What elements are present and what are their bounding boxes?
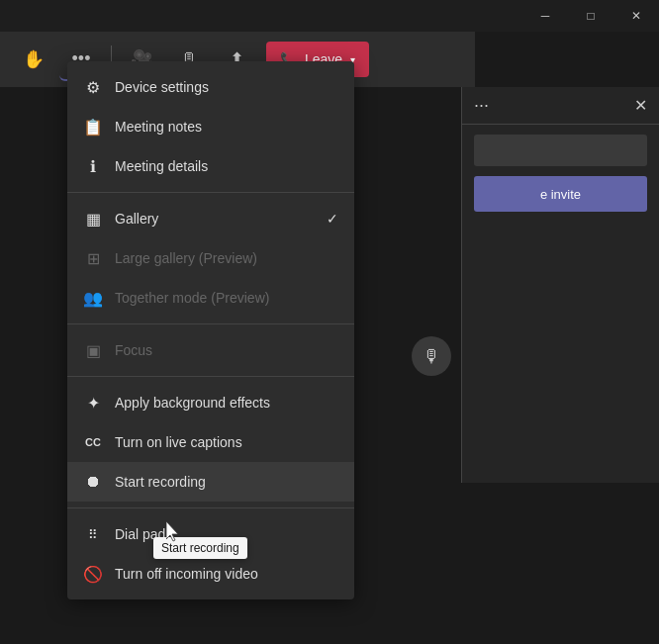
menu-item-focus: ▣ Focus [67, 330, 354, 370]
record-icon: ⏺ [83, 472, 103, 492]
large-gallery-icon: ⊞ [83, 248, 103, 268]
close-button[interactable]: ✕ [613, 0, 659, 32]
menu-item-device-settings[interactable]: ⚙ Device settings [67, 67, 354, 107]
background-icon: ✦ [83, 393, 103, 413]
side-panel-header: ··· ✕ [462, 87, 659, 125]
menu-divider-4 [67, 507, 354, 508]
menu-item-device-settings-label: Device settings [115, 79, 209, 95]
dialpad-icon: ⠿ [83, 524, 103, 544]
menu-divider-3 [67, 376, 354, 377]
menu-item-gallery-label: Gallery [115, 211, 158, 227]
hand-icon: ✋ [23, 48, 45, 70]
no-video-icon: 🚫 [83, 564, 103, 584]
tooltip-recording: Start recording [153, 537, 247, 559]
menu-item-meeting-details-label: Meeting details [115, 158, 208, 174]
captions-icon: CC [83, 432, 103, 452]
menu-divider-1 [67, 192, 354, 193]
menu-item-recording-label: Start recording [115, 474, 206, 490]
menu-item-meeting-notes[interactable]: 📋 Meeting notes [67, 107, 354, 146]
tooltip-label: Start recording [161, 541, 239, 555]
menu-item-background-label: Apply background effects [115, 395, 270, 411]
hand-raise-button[interactable]: ✋ [12, 38, 55, 81]
menu-item-large-gallery: ⊞ Large gallery (Preview) [67, 238, 354, 278]
gallery-icon: ▦ [83, 209, 103, 229]
maximize-button[interactable]: □ [568, 0, 613, 32]
mic-float-icon: 🎙 [423, 346, 440, 367]
menu-item-meeting-notes-label: Meeting notes [115, 119, 202, 135]
menu-item-gallery[interactable]: ▦ Gallery ✓ [67, 199, 354, 238]
focus-icon: ▣ [83, 340, 103, 360]
menu-item-focus-label: Focus [115, 342, 152, 358]
side-panel-close-button[interactable]: ✕ [634, 96, 647, 115]
gear-icon: ⚙ [83, 77, 103, 97]
side-panel-more-button[interactable]: ··· [474, 95, 489, 116]
mic-float-button[interactable]: 🎙 [412, 336, 451, 376]
menu-item-together-mode-label: Together mode (Preview) [115, 290, 269, 306]
title-bar: ─ □ ✕ [0, 0, 659, 32]
gallery-check-icon: ✓ [327, 211, 338, 227]
menu-item-together-mode: 👥 Together mode (Preview) [67, 278, 354, 318]
side-panel: ··· ✕ e invite [461, 87, 659, 483]
minimize-button[interactable]: ─ [522, 0, 568, 32]
menu-item-background[interactable]: ✦ Apply background effects [67, 383, 354, 422]
menu-item-large-gallery-label: Large gallery (Preview) [115, 250, 257, 266]
menu-item-captions[interactable]: CC Turn on live captions [67, 422, 354, 462]
dropdown-menu: ⚙ Device settings 📋 Meeting notes ℹ Meet… [67, 61, 354, 599]
menu-item-incoming-video-label: Turn off incoming video [115, 566, 258, 582]
menu-item-recording[interactable]: ⏺ Start recording [67, 462, 354, 502]
together-icon: 👥 [83, 288, 103, 308]
menu-item-captions-label: Turn on live captions [115, 434, 242, 450]
menu-item-incoming-video[interactable]: 🚫 Turn off incoming video [67, 554, 354, 594]
info-icon: ℹ [83, 156, 103, 176]
side-panel-field [474, 135, 647, 166]
menu-item-meeting-details[interactable]: ℹ Meeting details [67, 146, 354, 186]
notes-icon: 📋 [83, 117, 103, 137]
menu-divider-2 [67, 323, 354, 324]
invite-button[interactable]: e invite [474, 176, 647, 212]
